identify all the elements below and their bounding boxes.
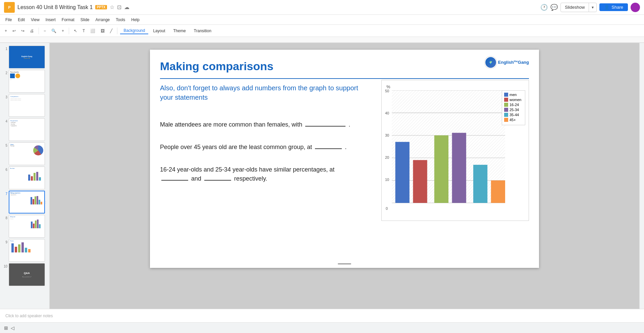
legend-label-women: women	[509, 98, 521, 102]
toolbar-sep-2	[69, 28, 69, 34]
svg-rect-21	[25, 248, 27, 252]
slide-panel: 1 English Gang Lesson 40 2 Three-fourths…	[0, 43, 50, 309]
legend-35-44: 35-44	[504, 113, 523, 117]
blank-1	[305, 126, 345, 127]
tab-theme[interactable]: Theme	[170, 28, 189, 34]
toolbar-print[interactable]: 🖨	[28, 28, 36, 34]
toolbar-zoom-out[interactable]: −	[42, 28, 48, 34]
slide-thumb-3[interactable]: 3 Comparisons... ______ ______ ______ __…	[1, 94, 48, 117]
menu-help[interactable]: Help	[128, 17, 142, 23]
grid-view-icon[interactable]: ⊞	[4, 325, 8, 331]
slide-img-4: Key phrases • more than • less than • co…	[9, 118, 45, 141]
slide-num-6: 6	[1, 166, 7, 172]
toolbar-line[interactable]: ╱	[108, 28, 114, 34]
share-button[interactable]: 👤 Share	[599, 3, 628, 11]
move-icon[interactable]: ⊡	[117, 4, 121, 10]
share-icon: 👤	[604, 5, 609, 10]
toolbar-add[interactable]: +	[3, 28, 9, 34]
svg-rect-36	[491, 180, 505, 203]
toolbar-text[interactable]: T	[80, 28, 87, 34]
slide-thumb-8[interactable]: 8 Writing task • ______ • ______	[1, 215, 48, 238]
share-label: Share	[611, 5, 623, 10]
svg-rect-22	[28, 249, 31, 252]
svg-rect-7	[33, 199, 34, 204]
speaker-notes-placeholder: Click to add speaker notes	[5, 314, 53, 318]
menu-arrange[interactable]: Arrange	[93, 17, 113, 23]
menu-edit[interactable]: Edit	[15, 17, 28, 23]
slide-num-7: 7	[1, 191, 7, 196]
speaker-notes[interactable]: Click to add speaker notes	[0, 309, 644, 322]
y-0: 0	[386, 206, 388, 210]
slide-thumb-5[interactable]: 5 Charts Pie chart	[1, 142, 48, 165]
y-30: 30	[385, 133, 389, 137]
slide-thumb-1[interactable]: 1 English Gang Lesson 40	[1, 46, 48, 68]
legend-45plus: 45+	[504, 118, 523, 122]
bottom-left: ⊞ ◁	[4, 325, 14, 331]
blank-3a	[161, 180, 188, 181]
menu-insert[interactable]: Insert	[43, 17, 58, 23]
svg-rect-17	[11, 243, 14, 252]
tab-transition[interactable]: Transition	[191, 28, 215, 34]
menu-slide[interactable]: Slide	[78, 17, 92, 23]
slide-thumb-10[interactable]: 10 Q&A Any questions?	[1, 263, 48, 286]
slide-num-4: 4	[1, 118, 7, 123]
top-bar: P Lesson 40 Unit 8 Writing Task 1 PPTX ☆…	[0, 0, 644, 15]
body-line-2-post: .	[345, 144, 346, 150]
menu-view[interactable]: View	[28, 17, 42, 23]
svg-rect-20	[21, 242, 24, 252]
slide-img-8: Writing task • ______ • ______	[9, 215, 45, 238]
history-icon[interactable]: 🕐	[540, 4, 548, 11]
menu-format[interactable]: Format	[59, 17, 77, 23]
legend-label-45plus: 45+	[509, 118, 516, 122]
svg-rect-19	[18, 244, 20, 252]
toolbar-undo[interactable]: ↩	[10, 28, 18, 34]
slide-canvas[interactable]: Making comparisons 🌍 EnglishtheGang Also…	[150, 50, 539, 268]
svg-rect-2	[31, 176, 33, 181]
slideshow-dropdown-arrow[interactable]: ▾	[589, 3, 596, 12]
svg-rect-5	[39, 177, 41, 181]
tab-background[interactable]: Background	[120, 28, 148, 34]
menu-tools[interactable]: Tools	[113, 17, 128, 23]
legend-swatch-men	[504, 93, 508, 97]
slide-num-1: 1	[1, 46, 7, 51]
tab-layout[interactable]: Layout	[150, 28, 168, 34]
slideshow-label[interactable]: Slideshow	[561, 3, 589, 12]
toolbar-redo[interactable]: ↪	[19, 28, 26, 34]
body-line-3-mid: and	[191, 175, 201, 182]
legend-swatch-women	[504, 98, 508, 102]
svg-rect-18	[15, 247, 17, 252]
menu-file[interactable]: File	[3, 17, 14, 23]
slide-thumb-2[interactable]: 2 Three-fourths +, ÷	[1, 70, 48, 93]
toolbar-shape[interactable]: ⬜	[88, 28, 97, 34]
toolbar-zoom-in[interactable]: +	[60, 28, 66, 34]
panel-toggle-icon[interactable]: ◁	[11, 325, 14, 331]
slide-num-10: 10	[1, 263, 7, 268]
toolbar-image[interactable]: 🖼	[99, 28, 107, 34]
slide-thumb-9[interactable]: 9 Practice	[1, 239, 48, 262]
menu-bar: File Edit View Insert Format Slide Arran…	[0, 15, 644, 25]
user-avatar[interactable]	[631, 3, 640, 12]
doc-title: Lesson 40 Unit 8 Writing Task 1	[17, 4, 93, 10]
y-20: 20	[385, 155, 389, 159]
divider	[160, 78, 529, 79]
slide-body: Male attendees are more common than fema…	[160, 120, 355, 197]
body-line-3-post: respectively.	[234, 175, 267, 182]
blank-2	[315, 148, 342, 149]
comment-icon[interactable]: 💬	[550, 4, 558, 11]
slide-img-2: Three-fourths +, ÷	[9, 70, 45, 93]
toolbar-cursor[interactable]: ↖	[72, 28, 79, 34]
toolbar-zoom[interactable]: 🔍	[49, 28, 58, 34]
slideshow-button[interactable]: Slideshow ▾	[560, 3, 597, 12]
star-icon[interactable]: ☆	[110, 4, 114, 10]
body-line-3: 16-24 year-olds and 25-34 year-olds have…	[160, 165, 355, 183]
logo-gang: Gang	[518, 60, 529, 65]
blank-3b	[204, 180, 231, 181]
svg-rect-16	[39, 224, 41, 228]
slide-nav-indicator	[338, 263, 351, 265]
body-line-2-pre: People over 45 years old are the least c…	[160, 144, 312, 150]
body-line-1-post: .	[348, 121, 350, 128]
slide-thumb-4[interactable]: 4 Key phrases • more than • less than • …	[1, 118, 48, 141]
cloud-icon[interactable]: ☁	[124, 4, 129, 10]
slide-thumb-6[interactable]: 6 Bar charts	[1, 166, 48, 189]
slide-thumb-7[interactable]: 7 Making comparisons Male attendees... P…	[1, 191, 48, 213]
